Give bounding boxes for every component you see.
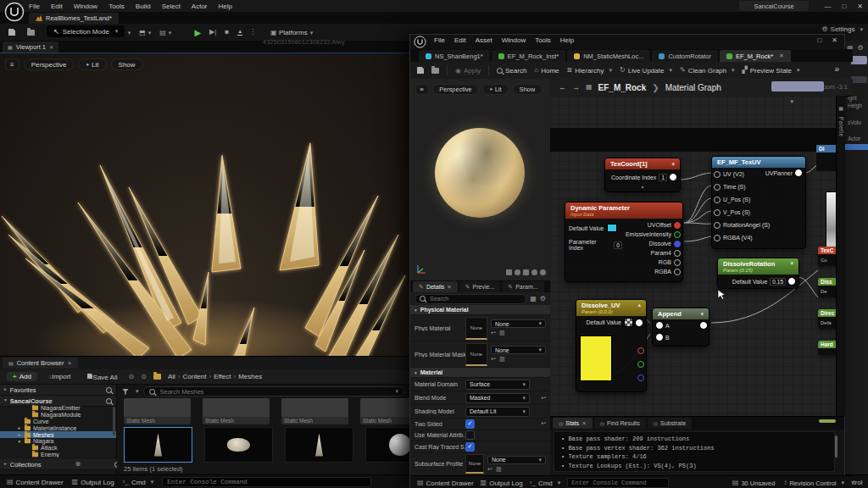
close-icon[interactable]: ✕ xyxy=(857,3,863,10)
back-icon[interactable]: ← xyxy=(559,83,566,92)
node-ef-mf-texuv[interactable]: EF_MF_TexUV UV (V2) xyxy=(711,156,806,249)
tree-item[interactable]: Attack xyxy=(0,445,116,452)
display-icon[interactable]: ▦ xyxy=(530,296,537,302)
details-tab[interactable]: ✎ Previe...✕ xyxy=(459,281,501,292)
browse-icon[interactable]: ▥ xyxy=(499,356,505,363)
tree-item[interactable]: Enemy xyxy=(0,452,116,458)
asset-thumbnail[interactable] xyxy=(365,427,409,463)
node-dynamic-parameter[interactable]: Dynamic Parameter Input Data Default Val… xyxy=(565,202,683,282)
breadcrumb-item[interactable]: Content› xyxy=(182,373,211,380)
default-value-swatch[interactable] xyxy=(624,318,633,327)
value-select[interactable]: Surface▾ xyxy=(465,380,530,390)
browse-icon[interactable]: ▥ xyxy=(499,330,505,336)
b-pin[interactable] xyxy=(637,374,644,381)
asset-thumbnail[interactable] xyxy=(285,427,353,463)
favorites-row[interactable]: ▸Favorites xyxy=(0,385,116,396)
asset-tab[interactable]: NS_ShanBeng1*✕ xyxy=(419,50,490,62)
use-selected-icon[interactable]: ↩ xyxy=(491,356,496,363)
asset-tile[interactable]: Static Mesh xyxy=(360,398,409,424)
node-append[interactable]: Append▾ A B xyxy=(652,308,709,347)
search-button[interactable]: Search xyxy=(497,67,526,75)
breadcrumb-item[interactable]: Meshes› xyxy=(238,373,262,380)
close-icon[interactable]: ✕ xyxy=(779,53,784,59)
maximize-icon[interactable]: □ xyxy=(842,3,846,10)
tree-scrollbar[interactable] xyxy=(113,407,115,435)
revision-control-button[interactable]: ↕Revision Control▾ xyxy=(783,480,844,487)
asset-thumbnail[interactable]: None xyxy=(465,317,487,340)
input-pin[interactable] xyxy=(714,171,721,178)
tree-item[interactable]: ▸Meshes xyxy=(0,431,116,438)
forward-icon[interactable]: → xyxy=(572,83,580,92)
import-button[interactable]: ↓Import xyxy=(44,371,75,382)
add-collection-icon[interactable]: ⊕ xyxy=(75,461,81,468)
asset-tab[interactable]: CustomRotator✕ xyxy=(652,50,717,62)
value-select[interactable]: Masked▾ xyxy=(465,393,530,403)
details-search-input[interactable] xyxy=(428,295,521,302)
preview-state-dropdown[interactable]: ▞Preview State▾ xyxy=(743,67,800,75)
mesh-shape-icon[interactable] xyxy=(540,269,546,275)
hierarchy-dropdown[interactable]: ≣Hierarchy▾ xyxy=(567,67,612,75)
cmd-dropdown[interactable]: ›_Cmd▾ xyxy=(530,480,561,487)
blueprints-button[interactable]: ⬒▾ xyxy=(135,27,155,38)
tree-item[interactable]: NiagaraEmitter xyxy=(0,405,116,412)
output-pin[interactable] xyxy=(670,174,676,180)
asset-search[interactable]: ▾ xyxy=(143,386,404,396)
selected-row[interactable] xyxy=(844,144,868,150)
output-pin[interactable] xyxy=(674,222,681,229)
stop-icon[interactable]: ■ xyxy=(225,29,229,36)
material-preview-viewport[interactable]: ≡ Perspective ●Lit Show xyxy=(410,79,551,280)
asset-thumbnail[interactable]: None xyxy=(465,343,487,366)
show-dropdown[interactable]: Show xyxy=(111,58,143,70)
output-pin[interactable] xyxy=(674,259,681,266)
floating-combo[interactable] xyxy=(771,81,824,92)
menu-item[interactable]: File xyxy=(434,36,445,44)
play-icon[interactable]: ▶ xyxy=(194,28,201,37)
content-drawer-button[interactable]: ▤Content Drawer xyxy=(7,479,64,486)
stats-tab[interactable]: ◎ Find Results✕ xyxy=(594,418,646,429)
breadcrumb-asset[interactable]: EF_M_Rock xyxy=(598,83,647,92)
coordinate-index-input[interactable]: 1 xyxy=(659,174,667,181)
menu-item[interactable]: Edit xyxy=(51,3,63,10)
console-input[interactable] xyxy=(162,477,371,487)
perspective-dropdown[interactable]: Perspective xyxy=(24,58,75,70)
output-pin[interactable] xyxy=(788,278,795,285)
node-partial[interactable]: Hard xyxy=(818,341,836,355)
node-partial[interactable]: Diss De xyxy=(818,278,836,297)
revert-icon[interactable]: ↩ xyxy=(541,420,546,427)
skip-icon[interactable]: ▶| xyxy=(209,29,216,36)
level-viewport[interactable]: ≡ Perspective ●Lit Show xyxy=(0,53,409,357)
cube-shape-icon[interactable] xyxy=(531,269,537,275)
history-back-icon[interactable]: ⊙ xyxy=(128,374,134,380)
asset-select[interactable]: None▾ xyxy=(491,319,546,328)
output-pin[interactable] xyxy=(636,319,643,326)
output-pin[interactable] xyxy=(674,231,681,238)
input-pin[interactable] xyxy=(714,197,721,203)
asset-tab[interactable]: EF_M_Rock*✕ xyxy=(720,50,791,62)
menu-item[interactable]: Window xyxy=(502,36,526,44)
palette-tab[interactable]: Palette xyxy=(838,117,844,137)
input-pin[interactable] xyxy=(714,209,721,216)
revert-icon[interactable]: ↩ xyxy=(541,395,546,402)
tree-item[interactable]: NiagaraModule xyxy=(0,412,116,419)
eject-icon[interactable]: ▲ xyxy=(237,30,242,36)
perspective-dropdown[interactable]: Perspective xyxy=(432,84,479,95)
browse-icon[interactable] xyxy=(431,68,439,74)
gear-icon[interactable]: ⚙ xyxy=(540,296,546,302)
asset-tab[interactable]: EF_M_Rock_Inst*✕ xyxy=(492,50,565,62)
asset-tab[interactable]: NM_StaticMeshLoc...✕ xyxy=(567,50,650,62)
menu-item[interactable]: File xyxy=(29,3,40,10)
menu-item[interactable]: Tools xyxy=(535,36,551,44)
node-partial[interactable]: TexC Co xyxy=(818,247,836,266)
close-icon[interactable]: ✕ xyxy=(447,284,451,291)
apply-button[interactable]: ◉Apply xyxy=(455,67,481,75)
gear-icon[interactable]: ⚙ xyxy=(858,44,864,52)
section-material[interactable]: ▾Material xyxy=(410,368,550,378)
graph-canvas[interactable]: TexCoord[1]▾ Coordinate Index 1 ▾ Dynami… xyxy=(550,96,836,416)
minimize-icon[interactable]: — xyxy=(824,3,831,10)
asset-select[interactable]: None▾ xyxy=(491,346,546,354)
tab-content-browser[interactable]: ▤ Content Browser ✕ xyxy=(3,358,78,369)
node-texcoord[interactable]: TexCoord[1]▾ Coordinate Index 1 ▾ xyxy=(604,158,681,192)
checkbox[interactable] xyxy=(465,442,475,452)
section-physical-material[interactable]: ▾Physical Material xyxy=(410,305,550,315)
tab-level[interactable]: RealBiomes_TestLand* xyxy=(29,13,119,24)
